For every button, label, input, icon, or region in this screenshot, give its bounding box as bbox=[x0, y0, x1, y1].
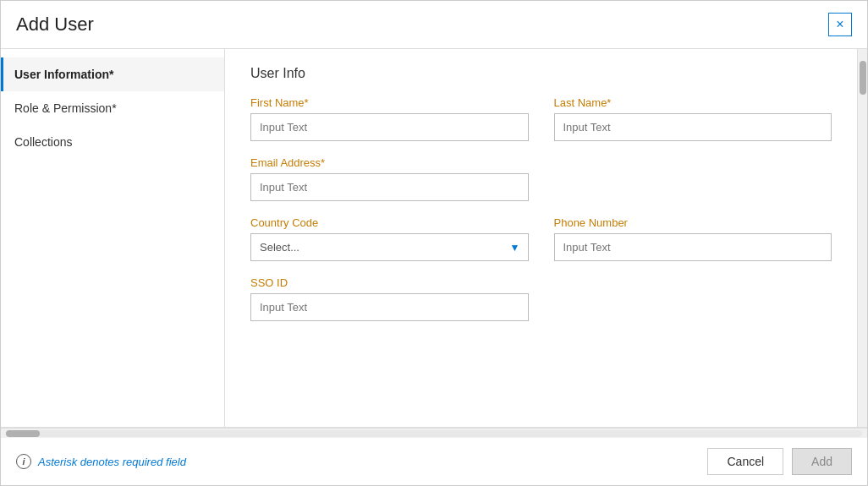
email-input[interactable] bbox=[250, 173, 529, 201]
dialog-header: Add User × bbox=[1, 1, 867, 49]
last-name-input[interactable] bbox=[554, 113, 832, 141]
first-name-input[interactable] bbox=[250, 113, 529, 141]
sidebar-item-collections[interactable]: Collections bbox=[1, 125, 224, 159]
sso-id-group: SSO ID bbox=[250, 276, 529, 321]
name-row: First Name* Last Name* bbox=[250, 96, 832, 141]
vertical-scrollbar[interactable] bbox=[857, 49, 867, 427]
country-code-select-wrapper: Select... ▼ bbox=[250, 233, 529, 261]
email-group: Email Address* bbox=[250, 156, 529, 201]
horizontal-scrollbar[interactable] bbox=[1, 428, 867, 438]
footer-info: i Asterisk denotes required field bbox=[16, 454, 186, 469]
section-title: User Info bbox=[250, 66, 832, 81]
info-icon: i bbox=[16, 454, 31, 469]
main-content: User Info First Name* Last Name* Email A… bbox=[225, 49, 857, 427]
phone-number-label: Phone Number bbox=[554, 216, 832, 229]
first-name-label: First Name* bbox=[250, 96, 529, 109]
email-label: Email Address* bbox=[250, 156, 529, 169]
last-name-group: Last Name* bbox=[554, 96, 832, 141]
country-code-select[interactable]: Select... bbox=[250, 233, 529, 261]
dialog-footer: i Asterisk denotes required field Cancel… bbox=[1, 438, 867, 485]
sso-id-label: SSO ID bbox=[250, 276, 529, 289]
close-button[interactable]: × bbox=[828, 13, 852, 36]
country-code-group: Country Code Select... ▼ bbox=[250, 216, 529, 261]
add-button[interactable]: Add bbox=[792, 448, 852, 475]
country-code-label: Country Code bbox=[250, 216, 529, 229]
sidebar-item-role-permission[interactable]: Role & Permission* bbox=[1, 91, 224, 125]
dialog-body: User Information* Role & Permission* Col… bbox=[1, 49, 867, 428]
phone-number-group: Phone Number bbox=[554, 216, 832, 261]
sso-row: SSO ID bbox=[250, 276, 832, 321]
phone-row: Country Code Select... ▼ Phone Number bbox=[250, 216, 832, 261]
scrollbar-h-track bbox=[6, 430, 862, 437]
email-row: Email Address* bbox=[250, 156, 832, 201]
footer-buttons: Cancel Add bbox=[707, 448, 852, 475]
scrollbar-h-thumb bbox=[6, 430, 40, 437]
last-name-label: Last Name* bbox=[554, 96, 832, 109]
sidebar: User Information* Role & Permission* Col… bbox=[1, 49, 225, 427]
first-name-group: First Name* bbox=[250, 96, 529, 141]
add-user-dialog: Add User × User Information* Role & Perm… bbox=[0, 0, 868, 486]
sidebar-item-user-information[interactable]: User Information* bbox=[1, 57, 224, 91]
cancel-button[interactable]: Cancel bbox=[707, 448, 783, 475]
scrollbar-thumb bbox=[860, 61, 866, 95]
phone-number-input[interactable] bbox=[554, 233, 832, 261]
footer-note: Asterisk denotes required field bbox=[38, 456, 186, 468]
dialog-title: Add User bbox=[16, 14, 94, 35]
sso-id-input[interactable] bbox=[250, 293, 529, 321]
